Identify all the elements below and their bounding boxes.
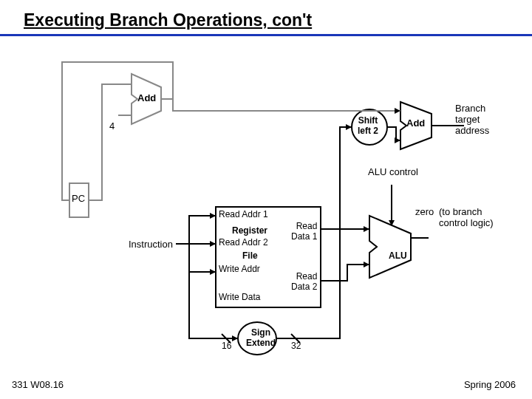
label-alu: ALU	[389, 251, 407, 262]
svg-marker-8	[232, 335, 238, 341]
footer-right: Spring 2006	[464, 379, 516, 390]
label-pc: PC	[72, 194, 85, 205]
label-branch-target: Branch target address	[455, 103, 489, 137]
svg-marker-2	[210, 269, 216, 275]
svg-marker-5	[395, 108, 400, 114]
wire-instr-signext	[189, 272, 238, 338]
svg-marker-4	[364, 262, 369, 267]
label-add-branch: Add	[406, 118, 425, 129]
wire-shift-to-branchadd	[387, 127, 400, 140]
label-zero-note: (to branch control logic)	[439, 207, 494, 229]
label-shift: Shift left 2	[358, 116, 378, 137]
label-read-data1: Read Data 1	[291, 222, 317, 242]
label-alu-control: ALU control	[368, 167, 418, 178]
label-read-addr2: Read Addr 2	[219, 238, 268, 248]
label-zero: zero	[415, 207, 434, 218]
svg-marker-6	[395, 137, 400, 143]
wire-instr-wa	[189, 244, 216, 272]
arrow-alu-control	[389, 220, 395, 226]
label-add-pc4: Add	[137, 93, 156, 104]
svg-marker-1	[210, 241, 216, 247]
wire-rd2-alu	[321, 265, 369, 281]
wire-add-to-pc	[62, 62, 173, 200]
label-file: File	[242, 251, 258, 262]
label-read-addr1: Read Addr 1	[219, 210, 268, 220]
label-32: 32	[291, 341, 301, 352]
wire-instr-ra1	[189, 216, 216, 244]
svg-marker-0	[210, 213, 216, 219]
label-sign-extend: Sign Extend	[246, 328, 276, 349]
wire-pc-to-add	[89, 84, 132, 200]
label-16: 16	[222, 341, 231, 352]
label-read-data2: Read Data 2	[291, 272, 317, 293]
label-write-addr: Write Addr	[219, 265, 260, 275]
svg-marker-7	[346, 124, 352, 130]
label-four: 4	[109, 121, 115, 132]
label-register: Register	[232, 226, 267, 236]
footer-left: 331 W08.16	[12, 379, 64, 390]
svg-marker-3	[364, 226, 369, 232]
label-write-data: Write Data	[219, 293, 260, 303]
alu-shape	[369, 216, 411, 278]
label-instruction: Instruction	[129, 239, 173, 250]
